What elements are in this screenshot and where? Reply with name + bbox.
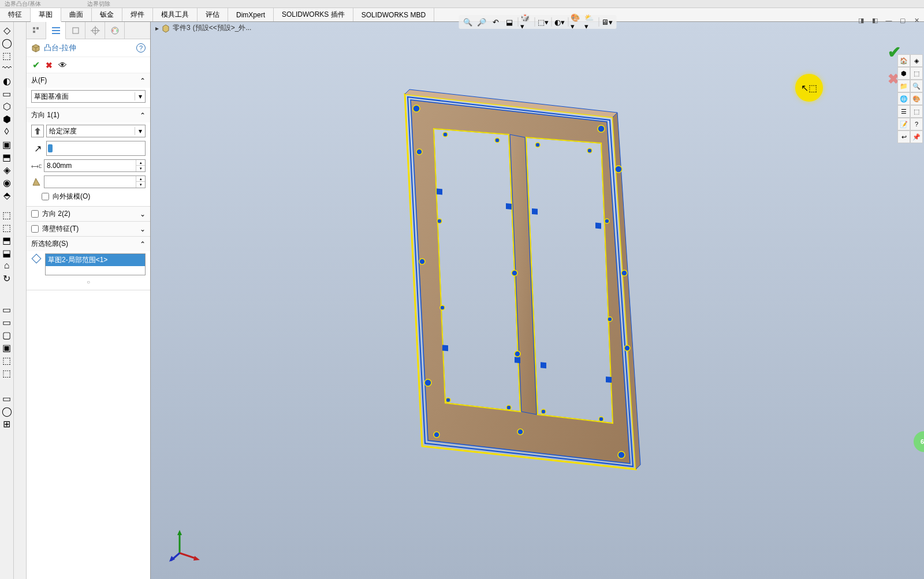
- part-small-icon[interactable]: ⬚: [910, 67, 923, 80]
- section-from-header[interactable]: 从(F) ⌃: [27, 73, 150, 88]
- note-icon[interactable]: 📝: [897, 118, 910, 130]
- close-button[interactable]: ✕: [911, 15, 922, 25]
- color-icon[interactable]: 🎨: [910, 92, 923, 105]
- back-icon[interactable]: ↩: [897, 130, 910, 143]
- globe-icon[interactable]: 🌐: [897, 92, 910, 105]
- tile-right-icon[interactable]: ◧: [870, 15, 880, 25]
- tool-icon[interactable]: ◐: [1, 75, 13, 87]
- cad-model[interactable]: [341, 71, 757, 487]
- tool-icon[interactable]: [15, 36, 25, 46]
- draft-spin-down[interactable]: ▾: [136, 182, 145, 188]
- contours-list[interactable]: 草图2-局部范围<1>: [45, 253, 146, 275]
- draft-spin-up[interactable]: ▴: [136, 176, 145, 182]
- section-thin-header[interactable]: 薄壁特征(T) ⌄: [27, 222, 150, 236]
- tool-icon[interactable]: ▭: [1, 316, 13, 328]
- draft-icon[interactable]: [31, 177, 42, 187]
- search-small-icon[interactable]: 🔍: [910, 80, 923, 92]
- minimize-button[interactable]: —: [884, 15, 894, 25]
- panel-tab-appearance[interactable]: [105, 22, 125, 39]
- dropdown-arrow-icon[interactable]: ▾: [135, 127, 145, 135]
- tab-dimxpert[interactable]: DimXpert: [228, 8, 274, 21]
- tool-icon[interactable]: [15, 24, 25, 35]
- tool-icon[interactable]: ⬘: [1, 189, 13, 201]
- folder-icon[interactable]: 📁: [897, 80, 910, 92]
- depth-input[interactable]: [44, 160, 136, 171]
- tool-icon[interactable]: [15, 70, 25, 81]
- edit-appearance-icon[interactable]: 🎨▾: [571, 16, 582, 28]
- section-dir2-header[interactable]: 方向 2(2) ⌄: [27, 207, 150, 221]
- tool-icon[interactable]: ⬚: [1, 222, 13, 233]
- tool-icon[interactable]: ▢: [1, 329, 13, 341]
- list-icon[interactable]: ☰: [897, 105, 910, 118]
- depth-spin-down[interactable]: ▾: [136, 166, 145, 171]
- tool-icon[interactable]: ⊞: [1, 418, 13, 429]
- tool-icon[interactable]: ▭: [1, 393, 13, 404]
- panel-tab-property[interactable]: [46, 22, 66, 39]
- view-orientation-icon[interactable]: 🎲▾: [520, 16, 532, 28]
- tab-evaluate[interactable]: 评估: [198, 8, 228, 21]
- tab-sketch[interactable]: 草图: [31, 8, 61, 22]
- tool-icon[interactable]: ⬢: [1, 113, 13, 125]
- pin-icon[interactable]: 📌: [910, 130, 923, 143]
- tool-icon[interactable]: ⬚: [1, 354, 13, 366]
- slider-handle[interactable]: [48, 144, 53, 152]
- from-dropdown[interactable]: 草图基准面 ▾: [31, 90, 146, 103]
- dir2-checkbox[interactable]: [31, 210, 39, 218]
- home-icon[interactable]: 🏠: [897, 54, 910, 67]
- draft-outward-checkbox[interactable]: [42, 193, 49, 200]
- tab-surfaces[interactable]: 曲面: [61, 8, 92, 21]
- tab-weldments[interactable]: 焊件: [122, 8, 153, 21]
- tool-icon[interactable]: ◇: [1, 24, 13, 36]
- section-contours-header[interactable]: 所选轮廓(S) ⌃: [27, 237, 150, 251]
- panel-tab-config[interactable]: [66, 22, 85, 39]
- zoom-area-icon[interactable]: 🔎: [476, 16, 487, 28]
- tool-icon[interactable]: ▭: [1, 88, 13, 99]
- tool-icon[interactable]: [15, 105, 25, 115]
- tool-icon[interactable]: ◯: [1, 37, 13, 48]
- tool-icon[interactable]: [15, 94, 25, 104]
- tool-icon[interactable]: ↻: [1, 272, 13, 284]
- reverse-direction-button[interactable]: [31, 125, 44, 137]
- depth-spin-up[interactable]: ▴: [136, 160, 145, 166]
- zoom-fit-icon[interactable]: 🔍: [462, 16, 474, 28]
- viewport-3d[interactable]: ▸ 零件3 (預設<<預設>_外... 🔍 🔎 ↶ ⬓ 🎲▾ ⬚▾ ◐▾ 🎨▾ …: [151, 22, 924, 579]
- help-button[interactable]: ?: [136, 43, 146, 53]
- view-settings-icon[interactable]: 🖥▾: [601, 16, 613, 28]
- tab-features[interactable]: 特征: [0, 8, 31, 21]
- tool-icon[interactable]: ▣: [1, 139, 13, 150]
- tool-icon[interactable]: ◊: [1, 126, 13, 137]
- panel-tab-dim[interactable]: [85, 22, 105, 39]
- tab-sheetmetal[interactable]: 钣金: [92, 8, 122, 21]
- tool-icon[interactable]: [15, 47, 25, 58]
- panel-tab-tree[interactable]: [27, 22, 46, 39]
- preview-toggle[interactable]: 👁: [58, 60, 67, 70]
- tab-swaddins[interactable]: SOLIDWORKS 插件: [274, 8, 353, 21]
- section-view-icon[interactable]: ⬓: [504, 16, 515, 28]
- tool-icon[interactable]: ⬒: [1, 151, 13, 163]
- tool-icon[interactable]: ◯: [1, 405, 13, 417]
- tool-icon[interactable]: ▭: [1, 304, 13, 315]
- thin-checkbox[interactable]: [31, 225, 39, 233]
- tab-moldtools[interactable]: 模具工具: [153, 8, 198, 21]
- coordinate-triad[interactable]: [168, 527, 203, 562]
- layers-icon[interactable]: ⬚: [910, 105, 923, 118]
- prism-icon[interactable]: ◈: [910, 54, 923, 67]
- draft-input[interactable]: [44, 176, 136, 188]
- tool-icon[interactable]: ⬒: [1, 234, 13, 246]
- list-resize-handle[interactable]: ○: [31, 279, 146, 285]
- prev-view-icon[interactable]: ↶: [490, 16, 501, 28]
- end-condition-dropdown[interactable]: 给定深度 ▾: [46, 125, 146, 137]
- tool-icon[interactable]: [15, 59, 25, 69]
- breadcrumb-part-name[interactable]: 零件3: [173, 23, 191, 33]
- tool-icon[interactable]: ⬚: [1, 209, 13, 221]
- tool-icon[interactable]: ⌂: [1, 260, 13, 271]
- breadcrumb-expand[interactable]: ▸: [155, 24, 159, 32]
- tool-icon[interactable]: ◉: [1, 177, 13, 188]
- cancel-button[interactable]: ✖: [46, 61, 53, 70]
- tool-icon[interactable]: ⬡: [1, 100, 13, 112]
- tool-icon[interactable]: 〰: [1, 62, 13, 74]
- contour-list-item[interactable]: 草图2-局部范围<1>: [46, 254, 145, 266]
- tool-icon[interactable]: [15, 82, 25, 92]
- ok-button[interactable]: ✔: [32, 59, 40, 70]
- display-style-icon[interactable]: ⬚▾: [537, 16, 549, 28]
